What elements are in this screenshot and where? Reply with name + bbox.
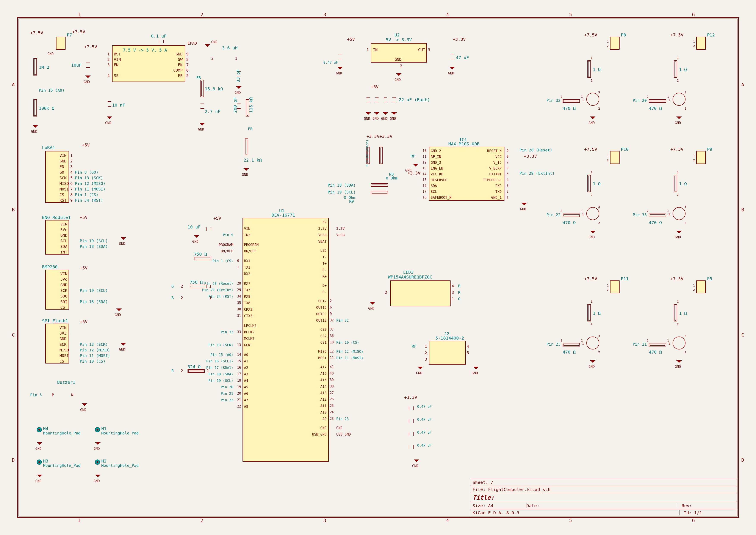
ch4-r1p2: 2 bbox=[591, 323, 592, 326]
val-22p1k: 22.1 kΩ bbox=[244, 157, 262, 163]
reg-en2: EN bbox=[178, 63, 183, 67]
ch4-r470 bbox=[563, 343, 580, 347]
ch2-r470p2: 2 bbox=[560, 209, 562, 213]
power-5v-u2: +5V bbox=[347, 37, 355, 42]
val-10nf: 10 nF bbox=[112, 102, 125, 108]
rn1: 1 bbox=[107, 52, 110, 56]
cap-047-2 bbox=[409, 419, 414, 423]
resistor-100k bbox=[33, 99, 37, 117]
ic1ln-1: 11 bbox=[422, 155, 426, 158]
gnd-22k-txt: GND bbox=[242, 173, 248, 177]
u1r-12: D- bbox=[322, 290, 327, 294]
grid-row-d-r: D bbox=[741, 457, 744, 463]
buzzer-ref: Buzzer1 bbox=[57, 380, 75, 385]
bno-net3: Pin 19 (SCL) bbox=[80, 239, 108, 243]
ch3-r1p1: 1 bbox=[677, 170, 679, 174]
j2-val: 5-1814400-2 bbox=[435, 335, 464, 341]
lora-net4: Pin 13 (SCK) bbox=[75, 176, 103, 180]
ic1rn-6: 3 bbox=[507, 184, 508, 188]
u1lnet-4: ON/OFF bbox=[221, 249, 233, 253]
u1ln-10: 28 bbox=[237, 282, 241, 285]
val-750-a: 750 Ω bbox=[194, 252, 207, 257]
net-fb-b: FB bbox=[248, 127, 253, 131]
gnd-h3-t: GND bbox=[35, 479, 41, 483]
gnd-22-1 bbox=[365, 112, 371, 115]
u1r-9: R+ bbox=[322, 274, 327, 278]
r2: 2 bbox=[181, 368, 183, 373]
grid-row-c-r: C bbox=[741, 332, 744, 338]
u1r-7: T+ bbox=[322, 262, 327, 266]
ch4-r1 bbox=[587, 304, 591, 322]
ch5-fd: 3 bbox=[685, 334, 686, 338]
ch0-net: Pin 32 bbox=[547, 98, 560, 103]
gnd-2p7 bbox=[200, 123, 205, 126]
u1rn-31: 26 bbox=[330, 397, 334, 401]
lora-CS: CS bbox=[60, 192, 64, 197]
ic1ln-0: 10 bbox=[422, 149, 426, 153]
net-g: G bbox=[171, 284, 174, 289]
u1ln-13: 35 bbox=[237, 301, 241, 305]
spi-3V3: 3V3 bbox=[60, 331, 67, 335]
val-0p47-a: 0.47 uF bbox=[323, 60, 338, 65]
u1r-28: A15 bbox=[320, 378, 327, 382]
grid-col-1-top: 1 bbox=[78, 12, 80, 17]
u1r-29: A14 bbox=[320, 384, 327, 388]
inner-frame bbox=[18, 18, 738, 517]
net-rf-j2: RF bbox=[412, 344, 417, 349]
ch3-r470v: 470 Ω bbox=[649, 220, 662, 225]
bno-VIN: VIN bbox=[60, 222, 68, 226]
j2-ic bbox=[429, 341, 466, 365]
bno-INT: INT bbox=[60, 250, 68, 254]
ch1-net: Pin 20 bbox=[633, 98, 647, 103]
u1l-25: A3 bbox=[244, 372, 248, 376]
u1rn-16: 9 bbox=[330, 312, 332, 316]
u1rnet-37: USB_GND bbox=[336, 432, 351, 436]
gnd-22k bbox=[244, 168, 249, 171]
ic1-val: MAX-M10S-00B bbox=[448, 141, 480, 147]
led3-ic bbox=[390, 280, 450, 306]
ch3-fet bbox=[673, 207, 686, 220]
gnd-j2-l bbox=[418, 367, 423, 370]
gnd-buz-t: GND bbox=[80, 408, 87, 412]
gnd-h4-t: GND bbox=[35, 447, 41, 451]
bmp-net5: Pin 18 (SDA) bbox=[80, 299, 108, 304]
u1rn-15: 6 bbox=[330, 305, 332, 309]
val-47uf: 47 uF bbox=[456, 55, 469, 60]
power-3v3-u2: +3.3V bbox=[453, 37, 466, 42]
u1l-1: IN2 bbox=[244, 233, 250, 237]
u1lnet-25: Pin 18 (SDA) bbox=[208, 372, 233, 376]
net-pin28-ic1: Pin 28 (Reset) bbox=[520, 148, 552, 152]
led3-3: 3 bbox=[452, 290, 454, 295]
lora-net7: Pin 1 (CS) bbox=[75, 192, 98, 197]
bno-net4: Pin 18 (SDA) bbox=[80, 244, 108, 249]
bmp-VIN: VIN bbox=[60, 271, 68, 276]
cap-0p47-a bbox=[338, 54, 342, 59]
reg-en: EN bbox=[114, 63, 119, 67]
ch1-p2: 2 bbox=[693, 44, 695, 48]
ch4-r470v: 470 Ω bbox=[563, 350, 576, 355]
lora-EN: EN bbox=[60, 164, 64, 169]
spi-net4: Pin 12 (MISO) bbox=[80, 348, 110, 352]
ch0-connref: P8 bbox=[621, 32, 626, 38]
cap-047-4 bbox=[409, 445, 414, 449]
res-22p1k bbox=[245, 138, 248, 155]
lora-net8: Pin 34 (RST) bbox=[75, 198, 103, 203]
ch4-r470p2: 2 bbox=[560, 339, 562, 342]
power-3v3-caps: +3.3V bbox=[404, 395, 417, 400]
u1rn-26: 41 bbox=[330, 365, 334, 369]
j2-4: 4 bbox=[467, 344, 469, 349]
ch0-conn bbox=[610, 37, 620, 50]
lora-n8: 9 bbox=[70, 198, 73, 203]
u1l-19: MCLK2 bbox=[244, 337, 255, 341]
net-fb-a: FB bbox=[196, 75, 201, 80]
gnd-bmp bbox=[117, 308, 122, 312]
u1rn-34: 23 bbox=[330, 417, 334, 421]
ch3-r1 bbox=[674, 175, 677, 192]
u1l-15: CTX3 bbox=[244, 314, 253, 318]
ch1-r470p2: 2 bbox=[647, 95, 648, 99]
gnd-h1-t: GND bbox=[94, 447, 100, 451]
power-5v-spi: +5V bbox=[80, 319, 88, 324]
ch0-fet bbox=[586, 93, 599, 106]
u1lnet-23: Pin 16 (SCL1) bbox=[206, 359, 233, 363]
gnd-047 bbox=[414, 460, 419, 463]
